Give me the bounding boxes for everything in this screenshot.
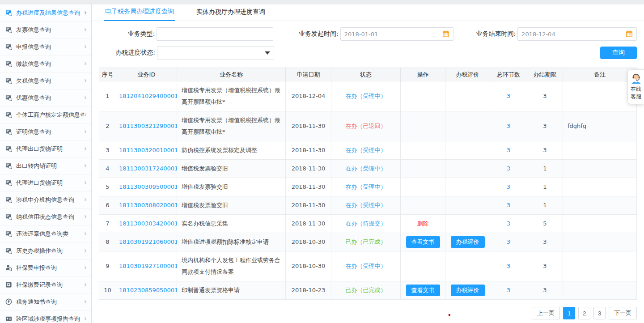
view-document-button[interactable]: 查看文书 bbox=[406, 236, 440, 248]
sidebar-item[interactable]: 欠税信息查询› bbox=[0, 72, 91, 89]
sidebar-item[interactable]: 个体工商户核定定额信息查询› bbox=[0, 106, 91, 123]
total-steps-link[interactable]: 3 bbox=[507, 238, 510, 245]
business-id-link[interactable]: 1811300320010001 bbox=[119, 147, 177, 153]
sidebar-item[interactable]: 缴款信息查询› bbox=[0, 55, 91, 72]
page-number-button[interactable]: 1 bbox=[563, 307, 575, 319]
sidebar-item[interactable]: 跨区域涉税事项报告查询› bbox=[0, 310, 91, 323]
action-cell bbox=[401, 196, 445, 215]
evaluation-cell: 办税评价 bbox=[445, 281, 490, 300]
remark-cell bbox=[563, 178, 637, 196]
sidebar-item-label: 历史办税操作查询 bbox=[16, 247, 84, 255]
business-id-link[interactable]: 1811300317240001 bbox=[119, 165, 177, 172]
search-button[interactable]: 查询 bbox=[600, 47, 637, 59]
next-page-button[interactable]: 下一页 bbox=[609, 307, 637, 319]
total-steps-link[interactable]: 3 bbox=[507, 123, 510, 129]
total-steps-cell: 3 bbox=[490, 281, 527, 300]
chevron-right-icon: › bbox=[84, 162, 87, 169]
quota-search-icon bbox=[5, 111, 13, 119]
progress-status-select[interactable] bbox=[157, 46, 274, 60]
page-number-button[interactable]: 2 bbox=[578, 307, 590, 319]
chevron-right-icon: › bbox=[84, 94, 87, 101]
sidebar-item[interactable]: 社保费申报查询› bbox=[0, 259, 91, 276]
column-header: 申请日期 bbox=[286, 68, 331, 81]
sidebar-item[interactable]: 涉税中介机构信息查询› bbox=[0, 191, 91, 208]
business-id-cell: 1810230859050001 bbox=[116, 281, 177, 300]
sidebar-item[interactable]: 证明信息查询› bbox=[0, 123, 91, 140]
sidebar-item[interactable]: 违法违章信息查询类› bbox=[0, 225, 91, 242]
start-time-input[interactable]: 2018-01-01 bbox=[340, 27, 453, 41]
social-insurance-declare-icon bbox=[5, 264, 13, 272]
status-cell: 在办（受理中） bbox=[331, 141, 401, 160]
total-steps-link[interactable]: 3 bbox=[507, 202, 510, 208]
sidebar-item[interactable]: 优惠信息查询› bbox=[0, 89, 91, 106]
business-id-link[interactable]: 1811300308020001 bbox=[119, 202, 177, 208]
business-type-input[interactable] bbox=[157, 27, 273, 41]
chevron-right-icon: › bbox=[84, 128, 87, 135]
total-steps-link[interactable]: 3 bbox=[507, 165, 510, 172]
sidebar-item[interactable]: 申报信息查询› bbox=[0, 38, 91, 55]
business-id-link[interactable]: 1811300309500001 bbox=[119, 183, 177, 190]
sidebar-item[interactable]: 历史办税操作查询› bbox=[0, 242, 91, 259]
apply-date-cell: 2018-11-30 bbox=[286, 196, 331, 215]
business-id-link[interactable]: 1810230859050001 bbox=[119, 287, 177, 293]
end-time-input[interactable]: 2018-12-04 bbox=[517, 27, 637, 41]
page-number-button[interactable]: 3 bbox=[593, 307, 606, 319]
chevron-right-icon: › bbox=[84, 9, 87, 16]
status-text: 已办（已完成） bbox=[346, 238, 386, 245]
total-steps-link[interactable]: 3 bbox=[507, 220, 510, 227]
deadline-cell: 3 bbox=[527, 281, 563, 300]
total-steps-link[interactable]: 3 bbox=[507, 93, 510, 99]
table-row: 61811300308020001增值税发票验交旧2018-11-30在办（受理… bbox=[99, 196, 637, 215]
status-text: 在办（受理中） bbox=[346, 93, 386, 99]
deadline-cell: 1 bbox=[527, 160, 563, 178]
calendar-icon[interactable] bbox=[626, 30, 633, 38]
sidebar-item[interactable]: 社保缴费记录查询› bbox=[0, 276, 91, 293]
status-cell: 在办（受理中） bbox=[331, 196, 401, 215]
calendar-icon[interactable] bbox=[442, 30, 449, 38]
total-steps-link[interactable]: 3 bbox=[507, 147, 510, 153]
total-steps-link[interactable]: 3 bbox=[507, 183, 510, 190]
business-name-cell: 增值税发票验交旧 bbox=[177, 178, 286, 196]
export-agent-cert-icon bbox=[5, 145, 13, 153]
sidebar-item[interactable]: 代理出口货物证明› bbox=[0, 140, 91, 157]
remark-cell bbox=[563, 81, 637, 111]
sidebar-item[interactable]: 税务通知书查询› bbox=[0, 293, 91, 310]
online-service-widget[interactable]: 在线 客服 bbox=[627, 69, 644, 104]
end-time-value: 2018-12-04 bbox=[521, 31, 555, 38]
business-id-link[interactable]: 1810301921060001 bbox=[119, 238, 177, 245]
sidebar-item[interactable]: 发票信息查询› bbox=[0, 21, 91, 38]
action-cell: 查看文书 bbox=[401, 281, 445, 300]
apply-date-cell: 2018-12-04 bbox=[286, 81, 331, 111]
apply-date-cell: 2018-11-30 bbox=[286, 178, 331, 196]
view-document-button[interactable]: 查看文书 bbox=[406, 285, 440, 296]
prev-page-button[interactable]: 上一页 bbox=[532, 307, 560, 319]
delete-link[interactable]: 删除 bbox=[417, 220, 429, 227]
status-text: 在办（受理中） bbox=[346, 147, 386, 153]
total-steps-link[interactable]: 3 bbox=[507, 263, 510, 269]
column-header: 办税评价 bbox=[445, 68, 490, 81]
tab-electronic-tax-progress[interactable]: 电子税务局办理进度查询 bbox=[104, 8, 175, 21]
business-name-cell: 增值税发票验交旧 bbox=[177, 160, 286, 178]
sidebar-item[interactable]: 出口转内销证明› bbox=[0, 157, 91, 174]
business-id-link[interactable]: 1812041029400001 bbox=[119, 93, 177, 99]
tab-physical-hall-progress[interactable]: 实体办税厅办理进度查询 bbox=[195, 8, 266, 21]
sidebar-item[interactable]: 纳税信用状态信息查询› bbox=[0, 208, 91, 225]
business-id-link[interactable]: 1810301927100001 bbox=[119, 263, 177, 269]
tax-evaluation-button[interactable]: 办税评价 bbox=[451, 285, 485, 296]
tax-evaluation-button[interactable]: 办税评价 bbox=[451, 236, 485, 248]
deadline-cell: 1 bbox=[527, 196, 563, 215]
preference-search-icon bbox=[5, 94, 13, 102]
red-dot bbox=[449, 314, 450, 316]
total-steps-cell: 3 bbox=[490, 215, 527, 233]
table-row: 71811300303420001实名办税信息采集2018-11-30在办（待提… bbox=[99, 215, 637, 233]
status-cell: 在办（受理中） bbox=[331, 178, 401, 196]
history-operation-search-icon bbox=[5, 247, 13, 255]
business-id-link[interactable]: 1811300303420001 bbox=[119, 220, 177, 227]
sidebar-item-label: 社保缴费记录查询 bbox=[16, 281, 84, 289]
sidebar-item[interactable]: 办税进度及结果信息查询› bbox=[0, 4, 91, 21]
total-steps-link[interactable]: 3 bbox=[507, 287, 510, 293]
business-id-cell: 1810301927100001 bbox=[116, 251, 177, 281]
apply-date-cell: 2018-11-30 bbox=[286, 160, 331, 178]
sidebar-item[interactable]: 代理进口货物证明› bbox=[0, 174, 91, 191]
business-id-link[interactable]: 1811300321290001 bbox=[119, 123, 177, 129]
